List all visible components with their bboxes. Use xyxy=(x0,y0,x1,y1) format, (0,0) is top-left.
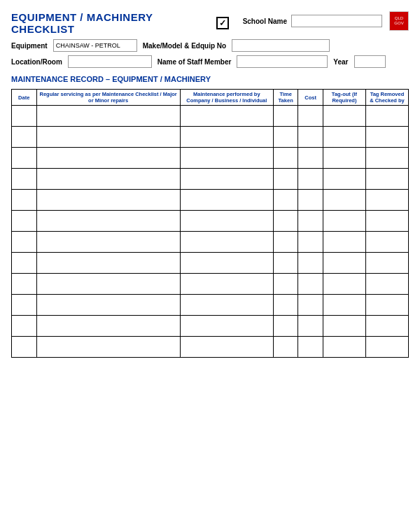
table-cell[interactable] xyxy=(36,274,180,295)
table-cell[interactable] xyxy=(273,295,298,316)
table-cell[interactable] xyxy=(36,316,180,337)
table-cell[interactable] xyxy=(12,295,37,316)
table-cell[interactable] xyxy=(12,274,37,295)
table-cell[interactable] xyxy=(36,337,180,358)
col-header-tagremoved: Tag Removed & Checked by xyxy=(365,90,408,106)
table-cell[interactable] xyxy=(323,274,365,295)
table-cell[interactable] xyxy=(36,211,180,232)
section-title: MAINTENANCE RECORD – EQUIPMENT / MACHINE… xyxy=(11,75,409,83)
table-cell[interactable] xyxy=(180,169,273,190)
staff-input[interactable] xyxy=(237,55,328,68)
table-cell[interactable] xyxy=(298,106,323,127)
table-cell[interactable] xyxy=(273,127,298,148)
table-cell[interactable] xyxy=(12,211,37,232)
table-cell[interactable] xyxy=(180,190,273,211)
table-cell[interactable] xyxy=(12,127,37,148)
make-model-input[interactable] xyxy=(232,39,330,52)
table-cell[interactable] xyxy=(273,148,298,169)
table-cell[interactable] xyxy=(180,253,273,274)
table-cell[interactable] xyxy=(12,316,37,337)
table-cell[interactable] xyxy=(365,106,408,127)
table-row xyxy=(12,274,409,295)
table-cell[interactable] xyxy=(273,337,298,358)
table-cell[interactable] xyxy=(298,190,323,211)
table-cell[interactable] xyxy=(12,232,37,253)
table-row xyxy=(12,337,409,358)
table-cell[interactable] xyxy=(180,274,273,295)
table-row xyxy=(12,316,409,337)
checkbox-icon[interactable]: ✓ xyxy=(216,17,228,29)
table-cell[interactable] xyxy=(36,106,180,127)
table-cell[interactable] xyxy=(365,337,408,358)
table-cell[interactable] xyxy=(323,295,365,316)
table-cell[interactable] xyxy=(323,148,365,169)
table-cell[interactable] xyxy=(323,169,365,190)
table-cell[interactable] xyxy=(323,106,365,127)
table-cell[interactable] xyxy=(36,148,180,169)
table-cell[interactable] xyxy=(365,127,408,148)
table-cell[interactable] xyxy=(323,316,365,337)
table-cell[interactable] xyxy=(36,232,180,253)
table-cell[interactable] xyxy=(36,190,180,211)
table-cell[interactable] xyxy=(323,211,365,232)
year-input[interactable] xyxy=(354,55,386,68)
table-cell[interactable] xyxy=(365,295,408,316)
table-cell[interactable] xyxy=(12,190,37,211)
maintenance-table: Date Regular servicing as per Maintenanc… xyxy=(11,89,409,358)
table-cell[interactable] xyxy=(36,169,180,190)
table-cell[interactable] xyxy=(323,337,365,358)
table-cell[interactable] xyxy=(12,148,37,169)
table-cell[interactable] xyxy=(323,253,365,274)
table-cell[interactable] xyxy=(180,211,273,232)
table-cell[interactable] xyxy=(180,316,273,337)
table-cell[interactable] xyxy=(365,253,408,274)
table-cell[interactable] xyxy=(273,232,298,253)
table-cell[interactable] xyxy=(365,274,408,295)
table-cell[interactable] xyxy=(298,232,323,253)
table-cell[interactable] xyxy=(298,253,323,274)
table-cell[interactable] xyxy=(273,316,298,337)
table-cell[interactable] xyxy=(180,232,273,253)
table-cell[interactable] xyxy=(12,253,37,274)
table-cell[interactable] xyxy=(180,127,273,148)
table-cell[interactable] xyxy=(365,211,408,232)
table-cell[interactable] xyxy=(298,337,323,358)
table-cell[interactable] xyxy=(12,106,37,127)
table-cell[interactable] xyxy=(180,106,273,127)
table-cell[interactable] xyxy=(365,190,408,211)
col-header-date: Date xyxy=(12,90,37,106)
table-cell[interactable] xyxy=(298,127,323,148)
table-cell[interactable] xyxy=(298,274,323,295)
table-cell[interactable] xyxy=(365,148,408,169)
table-cell[interactable] xyxy=(36,295,180,316)
location-input[interactable] xyxy=(68,55,152,68)
table-cell[interactable] xyxy=(323,232,365,253)
school-label: School Name xyxy=(243,18,287,25)
table-cell[interactable] xyxy=(365,232,408,253)
table-cell[interactable] xyxy=(298,211,323,232)
table-cell[interactable] xyxy=(298,295,323,316)
table-cell[interactable] xyxy=(273,169,298,190)
table-cell[interactable] xyxy=(36,253,180,274)
table-cell[interactable] xyxy=(323,190,365,211)
table-cell[interactable] xyxy=(273,253,298,274)
table-cell[interactable] xyxy=(365,316,408,337)
table-cell[interactable] xyxy=(12,169,37,190)
table-cell[interactable] xyxy=(298,169,323,190)
table-cell[interactable] xyxy=(273,190,298,211)
equipment-value: CHAINSAW - PETROL xyxy=(53,39,137,52)
table-cell[interactable] xyxy=(298,148,323,169)
table-cell[interactable] xyxy=(12,337,37,358)
table-cell[interactable] xyxy=(180,337,273,358)
table-cell[interactable] xyxy=(323,127,365,148)
table-cell[interactable] xyxy=(180,148,273,169)
table-cell[interactable] xyxy=(365,169,408,190)
table-cell[interactable] xyxy=(273,274,298,295)
col-header-cost: Cost xyxy=(298,90,323,106)
table-cell[interactable] xyxy=(273,106,298,127)
table-cell[interactable] xyxy=(36,127,180,148)
school-name-input[interactable] xyxy=(291,15,382,27)
table-cell[interactable] xyxy=(180,295,273,316)
table-cell[interactable] xyxy=(298,316,323,337)
table-cell[interactable] xyxy=(273,211,298,232)
